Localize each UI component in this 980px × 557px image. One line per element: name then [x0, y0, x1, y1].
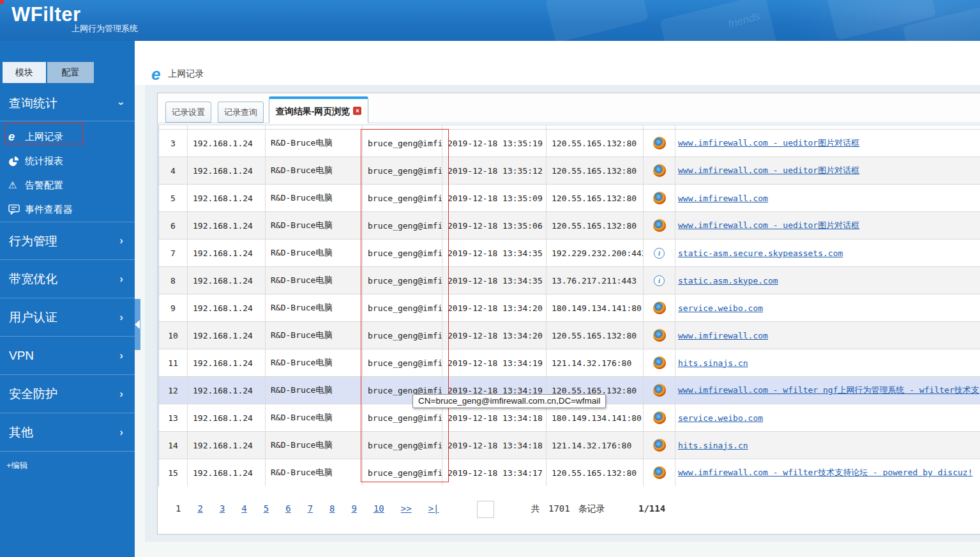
sidebar-section-behavior[interactable]: 行为管理 ›: [0, 222, 135, 260]
sidebar-section-bandwidth[interactable]: 带宽优化 ›: [0, 260, 135, 298]
info-bubble-icon: i: [654, 248, 665, 259]
pagination-next-set[interactable]: >>: [401, 503, 412, 514]
sidebar-tab-modules[interactable]: 模块: [3, 62, 46, 83]
pagination-page-link[interactable]: 2: [197, 503, 202, 514]
cell-time: 2019-12-18 13:35:19: [442, 130, 547, 156]
url-link[interactable]: www.imfirewall.com - wfilter ngf上网行为管理系统…: [678, 385, 979, 396]
url-link[interactable]: www.imfirewall.com - wfilter技术支持论坛 - pow…: [678, 467, 973, 478]
pagination-page-link[interactable]: 7: [308, 503, 313, 514]
firefox-icon: [653, 411, 666, 424]
sidebar-section-query-stats[interactable]: 查询统计 ›: [0, 86, 135, 121]
cell-ip: 192.168.1.24: [188, 459, 266, 486]
firefox-icon: [653, 137, 666, 149]
cell-computer: R&D-Bruce电脑: [266, 130, 363, 156]
table-row[interactable]: 8 192.168.1.24 R&D-Bruce电脑 bruce_geng@im…: [159, 267, 980, 294]
table-row[interactable]: 10 192.168.1.24 R&D-Bruce电脑 bruce_geng@i…: [159, 322, 980, 349]
cell-time: 2019-12-18 13:34:20: [442, 322, 547, 349]
cell-row-number: 11: [159, 349, 188, 376]
pagination-bar: 1 2345678910>>>| 共 1701 条记录 1/114: [158, 501, 912, 520]
pagination-page-link[interactable]: 9: [352, 503, 357, 514]
sidebar-item-alert-config[interactable]: ⚠ 告警配置: [0, 173, 135, 197]
firefox-icon: [653, 219, 666, 232]
sidebar-collapse-handle[interactable]: [135, 299, 140, 350]
pagination-page-link[interactable]: 10: [373, 503, 384, 514]
url-link[interactable]: www.imfirewall.com: [678, 331, 768, 340]
sidebar-section-other[interactable]: 其他 ›: [0, 413, 135, 452]
table-row[interactable]: 13 192.168.1.24 R&D-Bruce电脑 bruce_geng@i…: [159, 404, 980, 432]
cell-ip: 192.168.1.24: [188, 322, 266, 349]
cell-computer: R&D-Bruce电脑: [266, 404, 363, 431]
cell-time: 2019-12-18 13:35:06: [442, 212, 547, 239]
cell-row-number: 5: [159, 185, 188, 211]
info-bubble-icon: i: [654, 275, 665, 286]
cell-time: 2019-12-18 13:35:09: [442, 185, 547, 211]
cell-user: bruce_geng@imfire: [363, 240, 442, 266]
cell-ip: 192.168.1.24: [188, 185, 266, 211]
top-banner: friends WFilter 上网行为管理系统: [0, 0, 980, 41]
url-link[interactable]: static.asm.skype.com: [678, 276, 778, 286]
url-link[interactable]: service.weibo.com: [678, 303, 763, 313]
table-row[interactable]: 9 192.168.1.24 R&D-Bruce电脑 bruce_geng@im…: [159, 294, 980, 322]
collapse-left-icon: [135, 320, 140, 329]
table-row[interactable]: 14 192.168.1.24 R&D-Bruce电脑 bruce_geng@i…: [159, 432, 980, 459]
sidebar-section-vpn[interactable]: VPN ›: [0, 337, 135, 375]
tab-query-results[interactable]: 查询结果-网页浏览 ×: [269, 96, 368, 123]
firefox-icon: [653, 466, 666, 479]
cell-user: bruce_geng@imfire: [363, 349, 442, 376]
cell-computer: R&D-Bruce电脑: [266, 322, 363, 349]
table-row[interactable]: 11 192.168.1.24 R&D-Bruce电脑 bruce_geng@i…: [159, 349, 980, 377]
tab-record-query[interactable]: 记录查询: [218, 102, 264, 123]
keyboard-key-decoration: [545, 0, 649, 41]
table-row[interactable]: 7 192.168.1.24 R&D-Bruce电脑 bruce_geng@im…: [159, 240, 980, 267]
cell-row-number: 6: [159, 212, 188, 239]
pagination-page-link[interactable]: 8: [329, 503, 335, 514]
cell-ip: 192.168.1.24: [188, 240, 266, 266]
sidebar-item-report[interactable]: 统计报表: [0, 149, 135, 173]
url-link[interactable]: www.imfirewall.com - ueditor图片对话框: [678, 137, 859, 149]
table-row[interactable]: 3 192.168.1.24 R&D-Bruce电脑 bruce_geng@im…: [159, 130, 980, 157]
pagination-last[interactable]: >|: [428, 503, 439, 514]
firefox-icon: [653, 384, 666, 397]
cell-computer: R&D-Bruce电脑: [266, 294, 363, 321]
cell-time: 2019-12-18 13:34:35: [442, 240, 547, 266]
sidebar-tab-config[interactable]: 配置: [47, 62, 94, 83]
sidebar-edit-button[interactable]: +编辑: [6, 460, 28, 471]
pagination-page-link[interactable]: 4: [241, 503, 246, 514]
sidebar-item-web-records[interactable]: e 上网记录: [0, 125, 135, 149]
cell-destination: 192.229.232.200:443: [547, 240, 644, 266]
firefox-icon: [653, 164, 666, 177]
tab-record-settings[interactable]: 记录设置: [165, 102, 211, 123]
sidebar-section-security[interactable]: 安全防护 ›: [0, 375, 135, 413]
sidebar-item-event-viewer[interactable]: 事件查看器: [0, 197, 135, 222]
url-link[interactable]: static-asm.secure.skypeassets.com: [678, 248, 843, 258]
pagination-page-link[interactable]: 3: [220, 503, 225, 514]
cell-destination: 180.149.134.141:80: [547, 404, 644, 431]
record-totals: 共 1701 条记录: [531, 503, 605, 515]
cell-row-number: 7: [159, 240, 188, 266]
url-link[interactable]: www.imfirewall.com - ueditor图片对话框: [678, 165, 859, 176]
url-link[interactable]: www.imfirewall.com: [678, 194, 768, 203]
table-row[interactable]: 15 192.168.1.24 R&D-Bruce电脑 bruce_geng@i…: [159, 459, 980, 486]
ie-icon: e: [8, 131, 25, 142]
url-link[interactable]: hits.sinajs.cn: [678, 358, 748, 368]
table-row[interactable]: 5 192.168.1.24 R&D-Bruce电脑 bruce_geng@im…: [159, 185, 980, 212]
table-body: 3 192.168.1.24 R&D-Bruce电脑 bruce_geng@im…: [159, 130, 980, 486]
table-row[interactable]: 4 192.168.1.24 R&D-Bruce电脑 bruce_geng@im…: [159, 157, 980, 185]
sidebar-item-label: 统计报表: [25, 155, 63, 167]
table-row[interactable]: 6 192.168.1.24 R&D-Bruce电脑 bruce_geng@im…: [159, 212, 980, 240]
url-link[interactable]: hits.sinajs.cn: [678, 441, 748, 450]
pagination-page-link[interactable]: 5: [264, 503, 269, 514]
cell-destination: 120.55.165.132:80: [547, 459, 644, 486]
cell-destination: 120.55.165.132:80: [547, 130, 644, 156]
url-link[interactable]: service.weibo.com: [678, 413, 763, 423]
cell-user: bruce_geng@imfire: [363, 432, 442, 459]
pagination-page-link[interactable]: 6: [285, 503, 290, 514]
cell-ip: 192.168.1.24: [188, 212, 266, 239]
cell-computer: R&D-Bruce电脑: [266, 240, 363, 266]
close-tab-icon[interactable]: ×: [353, 107, 361, 115]
goto-page-input[interactable]: [477, 501, 494, 518]
sidebar-item-label: 告警配置: [25, 179, 63, 192]
sidebar-section-user-auth[interactable]: 用户认证 ›: [0, 298, 135, 337]
url-link[interactable]: www.imfirewall.com - ueditor图片对话框: [678, 220, 859, 231]
alert-triangle-icon: ⚠: [8, 179, 25, 191]
